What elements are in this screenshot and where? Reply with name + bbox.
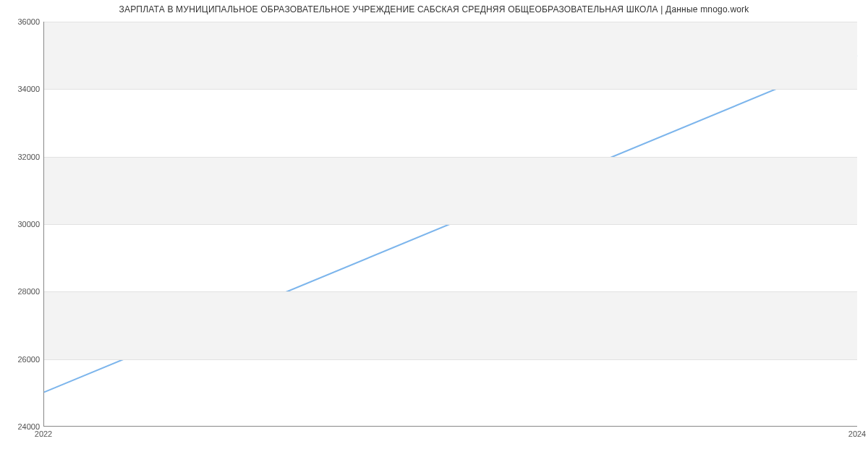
plot-band xyxy=(44,22,857,89)
plot-band xyxy=(44,291,857,359)
y-tick-label: 34000 xyxy=(4,85,40,93)
chart-title: ЗАРПЛАТА В МУНИЦИПАЛЬНОЕ ОБРАЗОВАТЕЛЬНОЕ… xyxy=(0,4,868,14)
grid-line xyxy=(44,291,857,292)
grid-line xyxy=(44,224,857,225)
x-tick-label: 2022 xyxy=(35,430,52,438)
y-tick-label: 30000 xyxy=(4,220,40,228)
y-tick-label: 26000 xyxy=(4,355,40,364)
grid-line xyxy=(44,157,857,158)
plot-area xyxy=(43,22,857,427)
plot-band xyxy=(44,157,857,224)
y-tick-label: 28000 xyxy=(4,287,40,296)
x-tick-label: 2024 xyxy=(848,430,866,438)
grid-line xyxy=(44,89,857,90)
grid-line xyxy=(44,359,857,360)
y-tick-label: 36000 xyxy=(4,17,40,26)
chart-container: ЗАРПЛАТА В МУНИЦИПАЛЬНОЕ ОБРАЗОВАТЕЛЬНОЕ… xyxy=(0,0,868,470)
grid-line xyxy=(44,22,857,22)
y-tick-label: 32000 xyxy=(4,153,40,161)
